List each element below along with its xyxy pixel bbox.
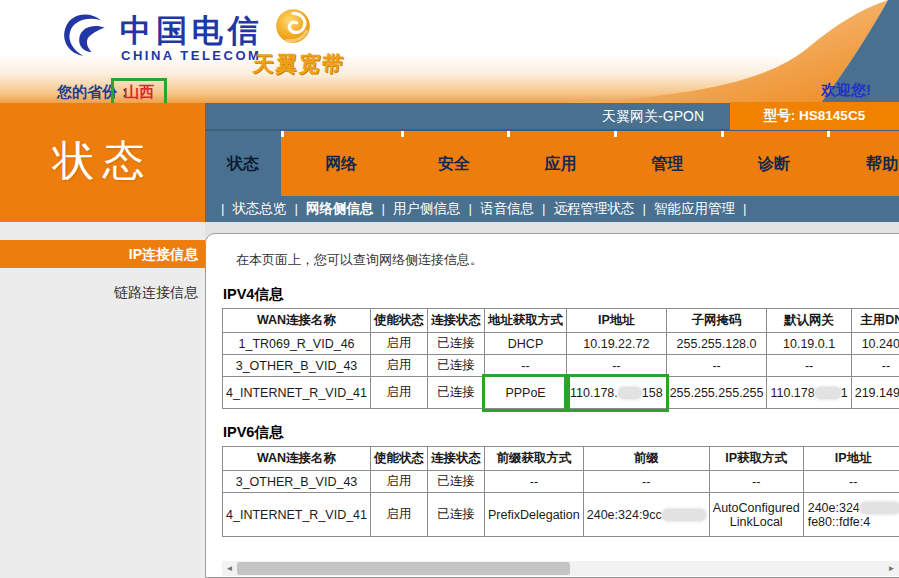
scroll-right-icon[interactable]: ► [884,561,899,576]
ipv4-section-title: IPV4信息 [223,285,899,304]
column-header: 子网掩码 [666,309,767,333]
column-header: 使能状态 [371,309,428,333]
gateway-name: 天翼网关-GPON [602,103,730,129]
table-cell: 已连接 [428,333,485,355]
tab-label: 管理 [652,155,684,172]
table-header-row: WAN连接名称使能状态连接状态前缀获取方式前缀IP获取方式IP地址 [223,447,899,471]
data-table: WAN连接名称使能状态连接状态地址获取方式IP地址子网掩码默认网关主用DNS1_… [222,308,899,409]
tab-label: 诊断 [758,155,790,172]
tab-label: 网络 [325,155,357,172]
logo-text-en: CHINA TELECOM [121,48,261,63]
redacted-value [618,387,642,399]
table-cell: 启用 [371,471,428,493]
tab-2[interactable]: 网络 [281,131,401,196]
column-header: IP地址 [803,447,899,471]
data-table: WAN连接名称使能状态连接状态前缀获取方式前缀IP获取方式IP地址3_OTHER… [222,446,899,537]
table-cell: -- [851,355,899,377]
table-cell: 240e:324:9cc [583,493,709,537]
main-nav-tabs: 状态网络安全应用管理诊断帮助 [205,131,899,196]
table-header-row: WAN连接名称使能状态连接状态地址获取方式IP地址子网掩码默认网关主用DNS [223,309,899,333]
column-header: WAN连接名称 [223,447,371,471]
table-cell: 110.178.158 [567,377,667,409]
table-cell: 240e:324fe80::fdfe:4 [803,493,899,537]
tab-label: 状态 [227,155,259,172]
subnav-item[interactable]: 网络侧信息 [306,201,374,216]
scroll-left-icon[interactable]: ◄ [222,561,237,576]
table-cell: DHCP [485,333,567,355]
table-cell: -- [709,471,803,493]
ipv4-table: WAN连接名称使能状态连接状态地址获取方式IP地址子网掩码默认网关主用DNS1_… [222,308,899,409]
column-header: 使能状态 [371,447,428,471]
table-cell: -- [485,471,584,493]
subnav-separator: | [743,201,747,216]
tab-1[interactable]: 状态 [205,131,281,196]
table-cell: 255.255.255.255 [666,377,767,409]
table-cell: -- [567,355,667,377]
subnav-item[interactable]: 用户侧信息 [393,201,461,216]
tab-label: 安全 [438,155,470,172]
table-cell: AutoConfiguredLinkLocal [709,493,803,537]
table-cell: 1_TR069_R_VID_46 [223,333,371,355]
table-row: 1_TR069_R_VID_46启用已连接DHCP10.19.22.72255.… [223,333,899,355]
scrollbar-thumb[interactable] [237,562,570,575]
subnav-separator: | [469,201,473,216]
column-header: 连接状态 [428,309,485,333]
subnav-separator: | [643,201,647,216]
column-header: 连接状态 [428,447,485,471]
tab-label: 应用 [545,155,577,172]
subnav-separator: | [295,201,299,216]
content-panel: 在本页面上，您可以查询网络侧连接信息。 IPV4信息 WAN连接名称使能状态连接… [205,233,899,578]
tab-3[interactable]: 安全 [401,131,507,196]
table-cell: 启用 [371,377,428,409]
subnav-item[interactable]: 状态总览 [233,201,287,216]
column-header: 前缀获取方式 [485,447,584,471]
redacted-value [860,502,899,514]
ipv6-section-title: IPV6信息 [223,423,899,442]
subnav-item[interactable]: 远程管理状态 [554,201,635,216]
table-cell: 4_INTERNET_R_VID_41 [223,493,371,537]
table-cell: -- [666,355,767,377]
tab-6[interactable]: 诊断 [721,131,827,196]
subnav-separator: | [221,201,225,216]
table-row: 3_OTHER_B_VID_43启用已连接-------- [223,471,899,493]
tab-5[interactable]: 管理 [614,131,721,196]
table-cell: 255.255.128.0 [666,333,767,355]
logo-text-cn: 中国电信 [120,10,264,52]
table-cell: -- [485,355,567,377]
china-telecom-logo-icon [58,8,114,66]
redacted-value [815,387,841,399]
sidebar-item[interactable]: IP连接信息 [0,240,205,268]
page-description: 在本页面上，您可以查询网络侧连接信息。 [236,251,899,269]
subnav-separator: | [542,201,546,216]
table-cell: PrefixDelegation [485,493,584,537]
tab-label: 帮助 [866,155,898,172]
tianyi-broadband-logo-icon [272,6,314,48]
column-header: 地址获取方式 [485,309,567,333]
table-cell: 219.149.13 [851,377,899,409]
table-cell: 启用 [371,493,428,537]
table-row: 3_OTHER_B_VID_43启用已连接---------- [223,355,899,377]
section-title-block: 状态 [0,103,205,222]
table-cell: 10.19.0.1 [767,333,851,355]
table-cell: 已连接 [428,471,485,493]
subnav-separator: | [382,201,386,216]
table-cell: 4_INTERNET_R_VID_41 [223,377,371,409]
table-cell: 110.1781 [767,377,851,409]
subnav-item[interactable]: 智能应用管理 [654,201,735,216]
subnav-item[interactable]: 语音信息 [480,201,534,216]
sidebar-item[interactable]: 链路连接信息 [0,280,205,304]
tab-4[interactable]: 应用 [507,131,614,196]
tianyi-broadband-text: 天翼宽带 [252,50,347,78]
page-title: 状态 [0,133,205,189]
column-header: WAN连接名称 [223,309,371,333]
table-cell: 已连接 [428,377,485,409]
redacted-value [662,509,706,521]
horizontal-scrollbar[interactable]: ◄ ► [222,561,899,576]
province-value-highlight: 山西 [111,78,167,103]
tab-7[interactable]: 帮助 [827,131,899,196]
table-cell: 启用 [371,355,428,377]
table-cell: 10.19.22.72 [567,333,667,355]
table-cell: 已连接 [428,493,485,537]
table-row: 4_INTERNET_R_VID_41启用已连接PrefixDelegation… [223,493,899,537]
column-header: IP地址 [567,309,667,333]
